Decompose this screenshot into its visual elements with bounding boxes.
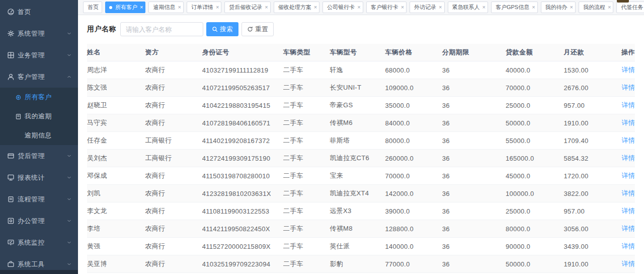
detail-link[interactable]: 详情 [621, 225, 635, 232]
tab-collection-records[interactable]: 贷后催收记录× [224, 2, 270, 13]
close-icon[interactable]: × [265, 5, 268, 10]
detail-link[interactable]: 详情 [621, 242, 635, 250]
col-monthly-payment: 月还款 [564, 44, 611, 61]
action-cell: 详情 [611, 202, 635, 220]
chevron-down-icon [66, 31, 72, 36]
sidebar-item-label: 报表统计 [18, 173, 66, 182]
customer-name-input[interactable] [120, 22, 203, 36]
toolbox-icon [7, 260, 15, 268]
table-cell: 412724199309175190 [202, 150, 283, 167]
reset-button[interactable]: 重置 [242, 22, 274, 36]
close-icon[interactable]: × [439, 5, 442, 10]
grid-icon [7, 51, 15, 59]
table-cell: 36 [442, 114, 506, 132]
tab-customer-gps-info[interactable]: 客户GPS信息× [491, 2, 538, 13]
table-cell: 84000.0 [385, 114, 442, 132]
table-cell: 36 [442, 150, 506, 167]
sidebar-item-loan-mgmt[interactable]: 贷后管理 [0, 145, 78, 167]
table-row: 李培农商行41142119950822450X二手车传祺M8128800.036… [87, 220, 635, 238]
sidebar-item-system-mgmt[interactable]: 系统管理 [0, 23, 78, 44]
table-cell: 农商行 [145, 255, 202, 273]
sidebar-item-business-mgmt[interactable]: 业务管理 [0, 44, 78, 66]
table-cell: 80000.0 [385, 132, 442, 150]
table-cell: 957.00 [564, 97, 611, 114]
close-icon[interactable]: × [216, 5, 219, 10]
sidebar-item-system-monitor[interactable]: 系统监控 [0, 232, 78, 253]
table-cell: 工商银行 [145, 132, 202, 150]
sidebar-item-label: 首页 [18, 8, 72, 17]
close-icon[interactable]: × [178, 5, 181, 10]
detail-link[interactable]: 详情 [621, 84, 635, 91]
tab-order-detail[interactable]: 订单详情× [187, 2, 221, 13]
table-cell: 吴刘杰 [87, 150, 145, 167]
detail-link[interactable]: 详情 [621, 119, 635, 126]
close-icon[interactable]: × [570, 5, 573, 10]
close-icon[interactable]: × [401, 5, 404, 10]
tab-label: 逾期信息 [152, 4, 176, 11]
table-cell: 140000.0 [385, 238, 442, 255]
table-cell: 二手车 [283, 150, 330, 167]
search-button[interactable]: 搜索 [206, 22, 238, 36]
detail-link[interactable]: 详情 [621, 189, 635, 197]
table-cell: 二手车 [283, 202, 330, 220]
sidebar: 首页系统管理业务管理客户管理所有客户我的逾期逾期信息贷后管理报表统计流程管理办公… [0, 0, 78, 274]
tab-sign-tasks[interactable]: 代签任务× [616, 2, 644, 13]
col-vehicle-price: 车辆价格 [385, 44, 442, 61]
table-cell: 36 [442, 97, 506, 114]
table-cell: 39000.0 [385, 202, 442, 220]
table-cell: 赵晓卫 [87, 97, 145, 114]
table-cell: 农商行 [145, 79, 202, 97]
tab-label: 所有客户 [114, 4, 138, 11]
tags-bar: 首页所有客户×逾期信息×订单详情×贷后催收记录×催收处理方案×公司银行卡×客户银… [78, 0, 644, 15]
chevron-down-icon [66, 261, 72, 267]
close-icon[interactable]: × [357, 5, 360, 10]
tab-visit-records[interactable]: 外访记录× [410, 2, 444, 13]
tab-overdue-info[interactable]: 逾期信息× [148, 2, 183, 13]
tab-customer-bank-card[interactable]: 客户银行卡× [366, 2, 407, 13]
avatar[interactable] [617, 0, 629, 3]
tab-company-bank-card[interactable]: 公司银行卡× [323, 2, 363, 13]
table-cell: 3822.00 [564, 185, 611, 202]
tab-my-process[interactable]: 我的流程× [579, 2, 613, 13]
table-cell: 260000.0 [385, 150, 442, 167]
tab-all-customers[interactable]: 所有客户× [105, 2, 145, 13]
close-icon[interactable]: × [608, 5, 611, 10]
detail-link[interactable]: 详情 [621, 154, 635, 162]
sidebar-item-report-stats[interactable]: 报表统计 [0, 167, 78, 188]
sidebar-item-office-mgmt[interactable]: 办公管理 [0, 210, 78, 232]
table-cell: 36 [442, 202, 506, 220]
table-cell: 农商行 [145, 114, 202, 132]
sidebar-item-overdue-info[interactable]: 逾期信息 [0, 126, 78, 145]
table-row: 赵晓卫农商行410422198803195415二手车帝豪GS35000.036… [87, 97, 635, 114]
detail-link[interactable]: 详情 [621, 66, 635, 74]
chart-icon [7, 174, 15, 181]
circle-icon [15, 94, 22, 101]
table-cell: 邓保成 [87, 167, 145, 185]
sidebar-item-customer-mgmt[interactable]: 客户管理 [0, 66, 78, 88]
close-icon[interactable]: × [314, 5, 317, 10]
detail-link[interactable]: 详情 [621, 207, 635, 215]
sidebar-item-home[interactable]: 首页 [0, 1, 78, 23]
table-row: 邓保成农商行411503198708280010二手车宝来70000.03645… [87, 167, 635, 185]
tab-my-todo[interactable]: 我的待办× [541, 2, 576, 13]
close-icon[interactable]: × [532, 5, 535, 10]
table-cell: 英仕派 [330, 238, 385, 255]
table-cell: 农商行 [145, 185, 202, 202]
tab-home[interactable]: 首页 [83, 2, 102, 13]
table-cell: 410325199709223094 [202, 255, 283, 273]
detail-link[interactable]: 详情 [621, 260, 635, 267]
close-icon[interactable]: × [482, 5, 486, 10]
sidebar-item-my-overdue[interactable]: 我的逾期 [0, 107, 78, 126]
close-icon[interactable]: × [140, 5, 143, 10]
tab-collection-plan[interactable]: 催收处理方案× [274, 2, 319, 13]
sidebar-item-all-customers[interactable]: 所有客户 [0, 88, 78, 107]
table-cell: 165000.0 [506, 150, 564, 167]
detail-link[interactable]: 详情 [621, 136, 635, 144]
detail-link[interactable]: 详情 [621, 172, 635, 179]
sidebar-item-label: 流程管理 [18, 195, 66, 204]
table-cell: 1530.00 [564, 61, 611, 79]
tab-emergency-contacts[interactable]: 紧急联系人× [448, 2, 488, 13]
sidebar-item-process-mgmt[interactable]: 流程管理 [0, 188, 78, 210]
detail-link[interactable]: 详情 [621, 101, 635, 109]
sidebar-item-label: 系统管理 [18, 29, 66, 38]
